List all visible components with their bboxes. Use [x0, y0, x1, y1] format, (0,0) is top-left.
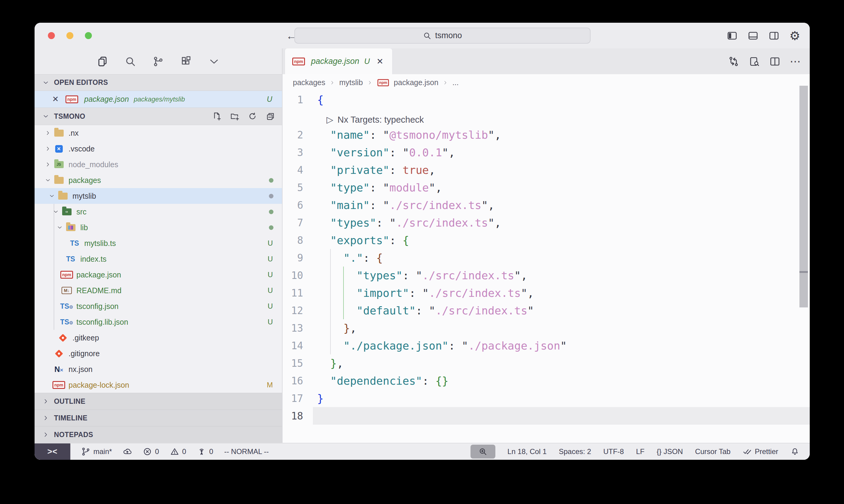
vertical-scrollbar[interactable] — [799, 86, 808, 307]
status-item-branch[interactable]: main* — [81, 447, 112, 456]
code-line-2[interactable]: 2 "name": "@tsmono/mytslib", — [282, 126, 810, 144]
activity-item-explorer-icon[interactable] — [97, 55, 108, 68]
status-item--json[interactable]: {} JSON — [657, 447, 683, 456]
status-item-error[interactable]: 0 — [143, 447, 159, 456]
code-editor[interactable]: 1{▷Nx Targets: typecheck2 "name": "@tsmo… — [282, 91, 810, 443]
tree-item-readme-md[interactable]: M↓README.mdU — [35, 283, 282, 298]
open-editor-item[interactable]: ✕ npm package.json packages/mytslib U — [35, 91, 282, 108]
close-icon[interactable]: ✕ — [52, 94, 59, 104]
activity-item-more-icon[interactable] — [208, 55, 220, 68]
codelens-nx-targets[interactable]: ▷Nx Targets: typecheck — [282, 108, 810, 126]
new-folder-icon[interactable] — [230, 111, 240, 121]
activity-item-source-control-icon[interactable] — [152, 55, 164, 68]
status-item-radio-tower[interactable]: 0 — [197, 447, 213, 456]
split-editor-icon[interactable] — [769, 56, 781, 67]
scrollbar-thumb[interactable] — [799, 273, 808, 307]
code-line-18[interactable]: 18 — [282, 407, 810, 425]
code-line-16[interactable]: 16 "dependencies": {} — [282, 372, 810, 390]
toggle-secondary-sidebar-icon[interactable] — [768, 30, 780, 41]
chevron-down-icon[interactable] — [48, 192, 56, 200]
remote-indicator[interactable]: >< — [35, 444, 70, 460]
status-item-utf-8[interactable]: UTF-8 — [603, 447, 624, 456]
new-file-icon[interactable] — [212, 111, 222, 121]
code-line-14[interactable]: 14 "./package.json": "./package.json" — [282, 337, 810, 354]
tree-item--vscode[interactable]: ✕.vscode — [35, 141, 282, 157]
status-label: Cursor Tab — [695, 447, 730, 456]
tree-item-packages[interactable]: packages — [35, 172, 282, 188]
code-line-5[interactable]: 5 "type": "module", — [282, 179, 810, 196]
tree-item-package-json[interactable]: npmpackage.jsonU — [35, 267, 282, 283]
open-changes-icon[interactable] — [728, 56, 739, 67]
tab-close-icon[interactable]: ✕ — [377, 57, 383, 66]
code-line-17[interactable]: 17} — [282, 390, 810, 407]
collapse-all-icon[interactable] — [265, 111, 275, 121]
open-preview-icon[interactable] — [748, 56, 760, 67]
status-item-cursor-tab[interactable]: Cursor Tab — [695, 447, 730, 456]
tree-item-nx-json[interactable]: N×nx.json — [35, 361, 282, 377]
code-line-10[interactable]: 10 "types": "./src/index.ts", — [282, 267, 810, 284]
chevron-right-icon[interactable] — [44, 129, 52, 137]
status-item-warning[interactable]: 0 — [170, 447, 186, 456]
code-line-12[interactable]: 12 "default": "./src/index.ts" — [282, 302, 810, 319]
chevron-right-icon[interactable] — [44, 144, 52, 153]
activity-item-extensions-icon[interactable] — [180, 55, 192, 68]
section-header-outline[interactable]: OUTLINE — [35, 393, 282, 410]
status-item-double-check[interactable]: Prettier — [743, 447, 778, 456]
chevron-down-icon[interactable] — [52, 208, 60, 216]
section-header-timeline[interactable]: TIMELINE — [35, 410, 282, 426]
code-line-3[interactable]: 3 "version": "0.0.1", — [282, 144, 810, 161]
section-header-notepads[interactable]: NOTEPADS — [35, 426, 282, 443]
breadcrumb-item[interactable]: packages — [293, 78, 325, 87]
status-item-ln-18-col-1[interactable]: Ln 18, Col 1 — [507, 447, 547, 456]
tree-item--gitkeep[interactable]: .gitkeep — [35, 330, 282, 346]
tree-item-tsconfig-lib-json[interactable]: TS⚙tsconfig.lib.jsonU — [35, 314, 282, 330]
breadcrumb-item[interactable]: mytslib — [339, 78, 363, 87]
more-actions-icon[interactable]: ⋯ — [790, 56, 801, 67]
zoom-window-button[interactable] — [85, 32, 92, 39]
close-window-button[interactable] — [48, 32, 55, 39]
tree-item-lib[interactable]: lib — [35, 220, 282, 235]
tree-item-tsconfig-json[interactable]: TS⚙tsconfig.jsonU — [35, 298, 282, 314]
chevron-spacer — [52, 270, 60, 279]
tree-item-src[interactable]: ‹›src — [35, 204, 282, 220]
command-center-search[interactable]: tsmono — [294, 28, 590, 43]
status-item-lf[interactable]: LF — [636, 447, 644, 456]
scrollbar-thumb[interactable] — [799, 86, 808, 271]
breadcrumb-item[interactable]: package.json — [394, 78, 438, 87]
tree-item--gitignore[interactable]: .gitignore — [35, 346, 282, 361]
refresh-icon[interactable] — [248, 111, 257, 121]
toggle-panel-icon[interactable] — [747, 30, 759, 41]
code-line-1[interactable]: 1{ — [282, 91, 810, 108]
tree-item-mytslib[interactable]: mytslib — [35, 188, 282, 204]
status-item-spaces-2[interactable]: Spaces: 2 — [559, 447, 591, 456]
code-line-7[interactable]: 7 "types": "./src/index.ts", — [282, 214, 810, 231]
toggle-primary-sidebar-icon[interactable] — [726, 30, 738, 41]
explorer-section-header[interactable]: TSMONO — [35, 108, 282, 125]
status-item--normal-[interactable]: -- NORMAL -- — [224, 447, 269, 456]
chevron-down-icon[interactable] — [44, 176, 52, 184]
status-item-bell[interactable] — [790, 447, 799, 456]
line-content: { — [313, 91, 810, 108]
tree-item-index-ts[interactable]: TSindex.tsU — [35, 251, 282, 267]
status-item-zoom-in[interactable] — [470, 445, 495, 458]
activity-item-search-icon[interactable] — [124, 55, 136, 68]
status-item-cloud-upload[interactable] — [123, 447, 132, 456]
code-line-8[interactable]: 8 "exports": { — [282, 231, 810, 249]
breadcrumb-item[interactable]: ... — [452, 78, 459, 87]
tree-item-mytslib-ts[interactable]: TSmytslib.tsU — [35, 235, 282, 251]
tree-item-node-modules[interactable]: JSnode_modules — [35, 157, 282, 172]
open-editors-header[interactable]: OPEN EDITORS — [35, 74, 282, 91]
code-line-13[interactable]: 13 }, — [282, 319, 810, 337]
chevron-right-icon[interactable] — [44, 160, 52, 169]
chevron-down-icon[interactable] — [55, 223, 64, 232]
tab-package-json[interactable]: npm package.json U ✕ — [285, 49, 393, 74]
tree-item--nx[interactable]: .nx — [35, 125, 282, 141]
tree-item-package-lock-json[interactable]: npmpackage-lock.jsonM — [35, 377, 282, 393]
code-line-11[interactable]: 11 "import": "./src/index.ts", — [282, 284, 810, 302]
settings-gear-icon[interactable]: ⚙ — [789, 30, 800, 41]
minimize-window-button[interactable] — [66, 32, 73, 39]
code-line-6[interactable]: 6 "main": "./src/index.ts", — [282, 196, 810, 214]
code-line-15[interactable]: 15 }, — [282, 354, 810, 372]
code-line-4[interactable]: 4 "private": true, — [282, 161, 810, 179]
code-line-9[interactable]: 9 ".": { — [282, 249, 810, 267]
